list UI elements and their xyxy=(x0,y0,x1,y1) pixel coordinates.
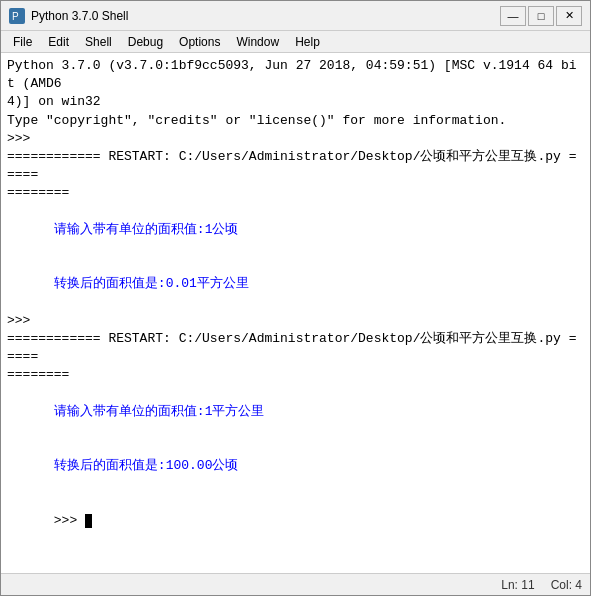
menu-file[interactable]: File xyxy=(5,31,40,52)
window-controls: — □ ✕ xyxy=(500,6,582,26)
output-line-1: Python 3.7.0 (v3.7.0:1bf9cc5093, Jun 27 … xyxy=(7,57,584,93)
minimize-button[interactable]: — xyxy=(500,6,526,26)
menu-window[interactable]: Window xyxy=(228,31,287,52)
output-prompt-current: >>> xyxy=(7,494,584,549)
output-restart-2: ============ RESTART: C:/Users/Administr… xyxy=(7,330,584,366)
menu-shell[interactable]: Shell xyxy=(77,31,120,52)
output-line-9: >>> xyxy=(7,312,584,330)
menu-debug[interactable]: Debug xyxy=(120,31,171,52)
svg-text:P: P xyxy=(12,11,19,22)
window-title: Python 3.7.0 Shell xyxy=(31,9,500,23)
python-shell-window: P Python 3.7.0 Shell — □ ✕ File Edit She… xyxy=(0,0,591,596)
output-prompt-1: 请输入带有单位的面积值:1公顷 xyxy=(7,203,584,258)
status-col: Col: 4 xyxy=(551,578,582,592)
status-bar: Ln: 11 Col: 4 xyxy=(1,573,590,595)
menu-bar: File Edit Shell Debug Options Window Hel… xyxy=(1,31,590,53)
app-icon: P xyxy=(9,8,25,24)
title-bar: P Python 3.7.0 Shell — □ ✕ xyxy=(1,1,590,31)
output-result-2: 转换后的面积值是:100.00公顷 xyxy=(7,439,584,494)
menu-options[interactable]: Options xyxy=(171,31,228,52)
output-line-4: >>> xyxy=(7,130,584,148)
output-line-3: Type "copyright", "credits" or "license(… xyxy=(7,112,584,130)
output-line-2: 4)] on win32 xyxy=(7,93,584,111)
output-restart-1b: ======== xyxy=(7,184,584,202)
maximize-button[interactable]: □ xyxy=(528,6,554,26)
close-button[interactable]: ✕ xyxy=(556,6,582,26)
status-ln: Ln: 11 xyxy=(501,578,534,592)
output-restart-2b: ======== xyxy=(7,366,584,384)
menu-edit[interactable]: Edit xyxy=(40,31,77,52)
output-restart-1: ============ RESTART: C:/Users/Administr… xyxy=(7,148,584,184)
output-result-1: 转换后的面积值是:0.01平方公里 xyxy=(7,257,584,312)
shell-output[interactable]: Python 3.7.0 (v3.7.0:1bf9cc5093, Jun 27 … xyxy=(1,53,590,573)
output-prompt-2: 请输入带有单位的面积值:1平方公里 xyxy=(7,384,584,439)
menu-help[interactable]: Help xyxy=(287,31,328,52)
cursor xyxy=(85,514,92,528)
